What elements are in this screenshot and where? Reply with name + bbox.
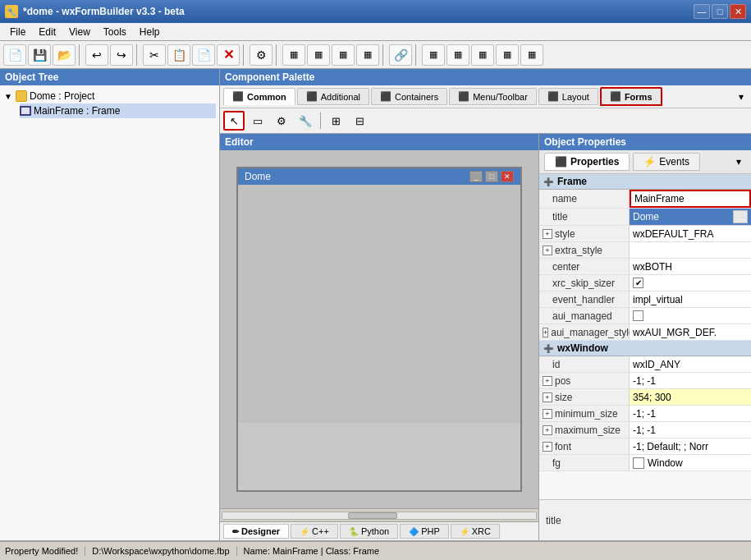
- editor-inner-canvas[interactable]: [238, 185, 520, 423]
- frame-minimize[interactable]: _: [469, 171, 483, 182]
- h-scrollbar[interactable]: [220, 508, 538, 521]
- fg-color-box: [633, 457, 644, 469]
- tab-additional[interactable]: ⬛ Additional: [297, 88, 369, 105]
- palette-btn-tool2[interactable]: ⊞: [325, 111, 346, 131]
- tree-item-project[interactable]: ▼ Dome : Project: [3, 89, 216, 103]
- tb-grid3[interactable]: ▦: [471, 44, 494, 66]
- tb-paste[interactable]: 📄: [192, 44, 215, 66]
- font-expand-btn[interactable]: +: [543, 442, 552, 452]
- menu-tools[interactable]: Tools: [97, 25, 133, 39]
- tb-align3[interactable]: ▦: [332, 44, 355, 66]
- menutoolbar-icon: ⬛: [458, 91, 469, 102]
- prop-value-aui-mgr-style: wxAUI_MGR_DEF.: [630, 324, 751, 340]
- prop-value-size: 354; 300: [630, 389, 751, 405]
- prop-value-name-text: MainFrame: [634, 193, 685, 204]
- aui-mgr-expand-btn[interactable]: +: [543, 328, 548, 337]
- section-wxwindow-label: wxWindow: [557, 342, 608, 354]
- maximize-button[interactable]: □: [712, 4, 728, 19]
- tab-menutoolbar[interactable]: ⬛ Menu/Toolbar: [449, 88, 537, 105]
- right-panel: Component Palette ⬛ Common ⬛ Additional …: [220, 69, 751, 540]
- palette-btn-settings1[interactable]: ⚙: [271, 111, 292, 131]
- tab-common[interactable]: ⬛ Common: [223, 88, 295, 105]
- tb-settings[interactable]: ⚙: [250, 44, 272, 66]
- tab-php[interactable]: 🔷 PHP: [400, 524, 449, 539]
- status-bar: Property Modified! D:\Workspace\wxpython…: [0, 540, 751, 560]
- close-button[interactable]: ✕: [730, 4, 746, 19]
- tree-expand-project[interactable]: ▼: [3, 91, 13, 101]
- palette-btn-tool3[interactable]: ⊟: [349, 111, 370, 131]
- tab-events[interactable]: ⚡ Events: [633, 153, 700, 171]
- tb-sep-3: [243, 44, 246, 66]
- additional-icon: ⬛: [306, 91, 318, 102]
- tab-containers[interactable]: ⬛ Containers: [371, 88, 447, 105]
- tb-link[interactable]: 🔗: [389, 44, 412, 66]
- pos-expand-btn[interactable]: +: [543, 376, 552, 386]
- prop-value-fg: Window: [630, 455, 751, 470]
- editor-canvas[interactable]: Dome _ □ ✕: [220, 150, 538, 508]
- scrollbar-thumb[interactable]: [348, 512, 397, 519]
- props-dropdown[interactable]: ▾: [731, 154, 746, 169]
- tb-save[interactable]: 💾: [28, 44, 51, 66]
- tb-align1[interactable]: ▦: [282, 44, 305, 66]
- prop-value-xrc-skip[interactable]: ✔: [630, 275, 751, 291]
- tab-layout[interactable]: ⬛ Layout: [538, 88, 598, 105]
- palette-btn-panel[interactable]: ▭: [247, 111, 268, 131]
- tb-cut[interactable]: ✂: [143, 44, 166, 66]
- min-size-expand-btn[interactable]: +: [543, 409, 552, 419]
- tab-python[interactable]: 🐍 Python: [340, 524, 398, 539]
- prop-row-fg: fg Window: [539, 455, 751, 471]
- prop-name-aui-managed: aui_managed: [539, 308, 630, 324]
- tab-properties[interactable]: ⬛ Properties: [544, 153, 630, 171]
- minimize-button[interactable]: —: [694, 4, 710, 19]
- frame-maximize[interactable]: □: [485, 171, 498, 182]
- editor-frame: Dome _ □ ✕: [236, 167, 522, 492]
- prop-row-max-size: +maximum_size -1; -1: [539, 422, 751, 438]
- tab-cpp[interactable]: ⚡ C++: [291, 524, 338, 539]
- palette-btn-tool1[interactable]: 🔧: [295, 111, 316, 131]
- tb-delete[interactable]: ✕: [217, 44, 240, 66]
- xrc-skip-checkbox[interactable]: ✔: [633, 278, 643, 288]
- menu-help[interactable]: Help: [133, 25, 167, 39]
- style-expand-btn[interactable]: +: [543, 229, 552, 239]
- properties-tab-icon: ⬛: [555, 156, 567, 168]
- toolbar: 📄 💾 📂 ↩ ↪ ✂ 📋 📄 ✕ ⚙ ▦ ▦ ▦ ▦ 🔗 ▦ ▦ ▦ ▦ ▦: [0, 41, 751, 69]
- tb-copy[interactable]: 📋: [167, 44, 190, 66]
- title-edit-button[interactable]: …: [733, 210, 748, 223]
- menu-edit[interactable]: Edit: [32, 25, 62, 39]
- tb-redo[interactable]: ↪: [110, 44, 133, 66]
- tb-sep-1: [79, 44, 82, 66]
- tb-align2[interactable]: ▦: [307, 44, 330, 66]
- prop-value-aui-managed[interactable]: [630, 308, 751, 324]
- prop-value-name[interactable]: MainFrame: [630, 190, 751, 208]
- prop-row-aui-mgr-style: +aui_manager_style wxAUI_MGR_DEF.: [539, 324, 751, 341]
- frame-title-bar: Dome _ □ ✕: [238, 168, 520, 185]
- tb-grid5[interactable]: ▦: [520, 44, 543, 66]
- menu-file[interactable]: File: [3, 25, 32, 39]
- tb-grid1[interactable]: ▦: [422, 44, 445, 66]
- frame-close[interactable]: ✕: [501, 171, 514, 182]
- palette-btn-pointer[interactable]: ↖: [223, 111, 245, 131]
- tb-grid4[interactable]: ▦: [496, 44, 519, 66]
- prop-row-font: +font -1; Default; ; Norr: [539, 438, 751, 455]
- prop-value-title[interactable]: Dome …: [630, 209, 751, 225]
- tb-new[interactable]: 📄: [3, 44, 26, 66]
- tab-designer[interactable]: ✏ Designer: [223, 524, 289, 539]
- tb-undo[interactable]: ↩: [85, 44, 108, 66]
- scrollbar-track[interactable]: [222, 512, 537, 520]
- tb-grid2[interactable]: ▦: [446, 44, 469, 66]
- tb-open[interactable]: 📂: [53, 44, 76, 66]
- tb-align4[interactable]: ▦: [356, 44, 379, 66]
- max-size-expand-btn[interactable]: +: [543, 425, 552, 435]
- tab-xrc[interactable]: ⚡ XRC: [451, 524, 500, 539]
- tree-item-mainframe[interactable]: MainFrame : Frame: [20, 103, 216, 118]
- component-palette: Component Palette ⬛ Common ⬛ Additional …: [220, 69, 751, 134]
- menu-view[interactable]: View: [62, 25, 97, 39]
- tab-forms[interactable]: ⬛ Forms: [600, 87, 662, 106]
- palette-dropdown[interactable]: ▾: [735, 91, 748, 103]
- size-expand-btn[interactable]: +: [543, 392, 552, 402]
- extra-style-expand-btn[interactable]: +: [543, 246, 552, 255]
- prop-row-aui-managed: aui_managed: [539, 308, 751, 324]
- tb-sep-4: [276, 44, 279, 66]
- section-wxwindow: ➕ wxWindow: [539, 341, 751, 356]
- aui-managed-checkbox[interactable]: [633, 310, 643, 321]
